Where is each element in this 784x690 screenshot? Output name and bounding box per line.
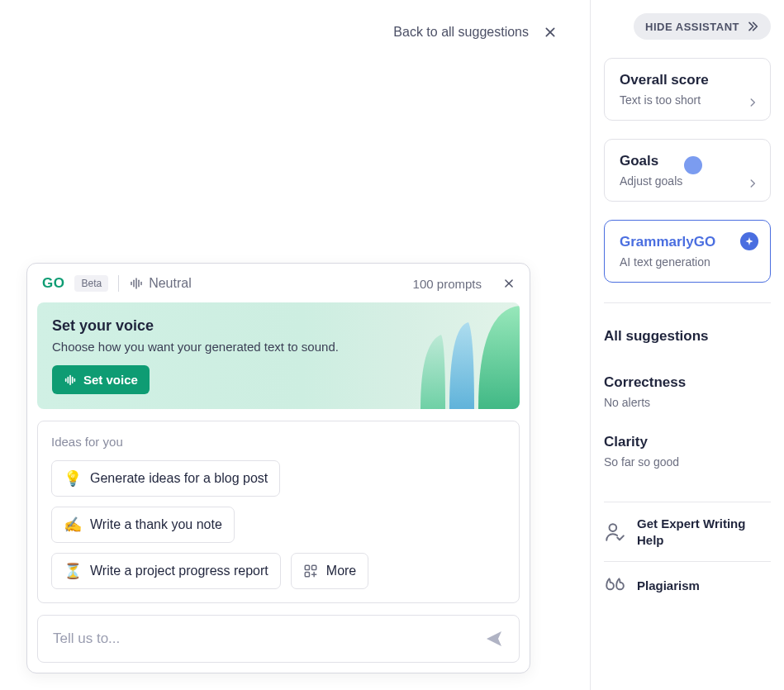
idea-label: Generate ideas for a blog post	[90, 471, 268, 486]
more-label: More	[326, 564, 356, 578]
svg-rect-14	[305, 565, 309, 569]
footer-label: Get Expert Writing Help	[637, 516, 771, 548]
expert-help-link[interactable]: Get Expert Writing Help	[604, 502, 771, 561]
assistant-sidebar: HIDE ASSISTANT Overall score Text is too…	[590, 0, 784, 690]
close-icon[interactable]	[544, 26, 557, 39]
voice-name: Neutral	[149, 276, 192, 291]
card-title: GrammarlyGO	[620, 234, 755, 250]
section-title: Clarity	[604, 434, 771, 450]
prompts-counter[interactable]: 100 prompts	[413, 277, 482, 291]
writing-hand-icon: ✍️	[64, 516, 82, 534]
section-subtitle: So far so good	[604, 455, 771, 469]
divider	[604, 302, 771, 303]
sidebar-footer: Get Expert Writing Help Plagiarism	[604, 502, 771, 610]
chevron-right-icon	[747, 178, 758, 189]
goals-card[interactable]: Goals Adjust goals	[604, 139, 771, 202]
quotes-icon	[604, 575, 625, 597]
hide-assistant-button[interactable]: HIDE ASSISTANT	[634, 13, 771, 40]
send-icon[interactable]	[484, 629, 504, 649]
card-subtitle: Text is too short	[620, 93, 755, 107]
double-chevron-right-icon	[746, 20, 759, 33]
back-label: Back to all suggestions	[393, 25, 529, 40]
chevron-right-icon	[747, 97, 758, 108]
prompt-input-box[interactable]	[37, 615, 520, 663]
all-suggestions-section[interactable]: All suggestions	[604, 328, 771, 350]
footer-label: Plagiarism	[637, 578, 700, 594]
hide-assistant-label: HIDE ASSISTANT	[645, 21, 739, 33]
voice-selector[interactable]: Neutral	[129, 276, 192, 291]
section-subtitle: No alerts	[604, 396, 771, 409]
notification-dot-icon	[684, 156, 702, 174]
card-subtitle: Adjust goals	[620, 174, 755, 188]
overall-score-card[interactable]: Overall score Text is too short	[604, 58, 771, 121]
panel-header: GO Beta Neutral 100 prompts	[27, 264, 530, 302]
svg-point-19	[610, 524, 617, 531]
idea-label: Write a project progress report	[90, 564, 268, 578]
correctness-section[interactable]: Correctness No alerts	[604, 374, 771, 409]
set-voice-button[interactable]: Set voice	[52, 365, 150, 394]
hourglass-icon: ⏳	[64, 562, 82, 580]
ideas-heading: Ideas for you	[51, 435, 506, 449]
main-area: Back to all suggestions GO Beta Neutral …	[0, 0, 590, 690]
ideas-box: Ideas for you 💡 Generate ideas for a blo…	[37, 421, 520, 603]
more-ideas-button[interactable]: More	[291, 553, 368, 589]
grammarlygo-card[interactable]: GrammarlyGO AI text generation	[604, 220, 771, 283]
grammarlygo-panel: GO Beta Neutral 100 prompts Set yo	[26, 263, 530, 673]
idea-chip[interactable]: ✍️ Write a thank you note	[51, 507, 235, 543]
set-voice-label: Set voice	[83, 373, 138, 387]
section-title: All suggestions	[604, 328, 771, 345]
card-title: Overall score	[620, 72, 755, 88]
svg-rect-16	[305, 573, 309, 577]
plagiarism-link[interactable]: Plagiarism	[604, 561, 771, 610]
divider	[118, 275, 119, 292]
waveform-icon	[64, 374, 77, 387]
idea-chip[interactable]: 💡 Generate ideas for a blog post	[51, 460, 280, 497]
beta-badge: Beta	[74, 275, 108, 292]
prompt-input[interactable]	[53, 631, 484, 647]
lightbulb-icon: 💡	[64, 469, 82, 488]
clarity-section[interactable]: Clarity So far so good	[604, 434, 771, 469]
card-subtitle: AI text generation	[620, 255, 755, 269]
section-title: Correctness	[604, 374, 771, 391]
waveform-icon	[129, 276, 144, 291]
panel-close-icon[interactable]	[503, 278, 515, 289]
sparkle-badge-icon	[740, 232, 758, 250]
idea-label: Write a thank you note	[90, 517, 222, 532]
idea-chip[interactable]: ⏳ Write a project progress report	[51, 553, 281, 589]
person-check-icon	[604, 521, 625, 543]
voice-banner: Set your voice Choose how you want your …	[37, 302, 520, 409]
go-logo: GO	[42, 275, 64, 292]
svg-rect-15	[311, 565, 316, 569]
banner-art	[404, 302, 520, 409]
back-to-suggestions[interactable]: Back to all suggestions	[393, 25, 557, 40]
grid-plus-icon	[303, 564, 318, 578]
